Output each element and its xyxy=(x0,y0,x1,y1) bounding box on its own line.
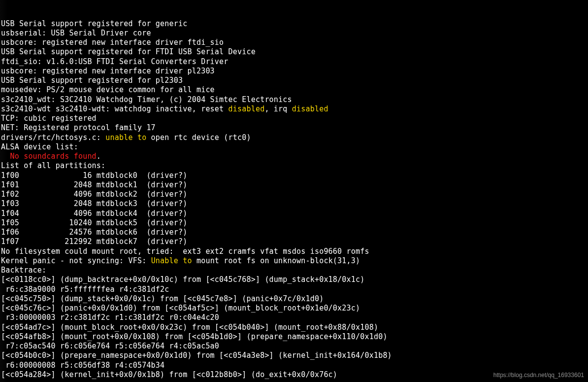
terminal-text: [<c0118cc0>] (dump_backtrace+0x0/0x10c) … xyxy=(1,275,364,284)
terminal-text: 1f07 212992 mtdblock7 (driver?) xyxy=(1,237,187,246)
terminal-text: [<c054b0c0>] (prepare_namespace+0x0/0x1d… xyxy=(1,351,392,360)
terminal-text: Unable to xyxy=(151,256,192,265)
terminal-line: 1f00 16 mtdblock0 (driver?) xyxy=(1,171,588,180)
terminal-text: mousedev: PS/2 mouse device common for a… xyxy=(1,85,215,94)
terminal-text: 1f06 24576 mtdblock6 (driver?) xyxy=(1,228,187,237)
terminal-text: Kernel panic - not syncing: VFS: xyxy=(1,256,151,265)
terminal-line: usbcore: registered new interface driver… xyxy=(1,38,588,47)
terminal-text: usbcore: registered new interface driver… xyxy=(1,67,215,75)
terminal-line: 1f03 2048 mtdblock3 (driver?) xyxy=(1,199,588,208)
terminal-line: USB Serial support registered for generi… xyxy=(1,19,588,29)
terminal-text: . xyxy=(97,152,101,161)
terminal-text: 1f00 16 mtdblock0 (driver?) xyxy=(1,171,187,180)
terminal-text: unable to xyxy=(105,133,146,142)
terminal-line: s3c2410-wdt s3c2410-wdt: watchdog inacti… xyxy=(1,104,588,114)
terminal-text: TCP: cubic registered xyxy=(1,114,97,123)
terminal-line: [<c054ad7c>] (mount_block_root+0x0/0x23c… xyxy=(1,323,588,332)
terminal-line: [<c045c750>] (dump_stack+0x0/0x1c) from … xyxy=(1,294,588,304)
terminal-text: r6:00000008 r5:c056df38 r4:c0574b34 xyxy=(1,361,164,370)
terminal-line: usbserial: USB Serial Driver core xyxy=(1,29,588,38)
terminal-text: s3c2410-wdt s3c2410-wdt: watchdog inacti… xyxy=(1,104,229,113)
terminal-line: mousedev: PS/2 mouse device common for a… xyxy=(1,85,588,95)
terminal-line: No soundcards found. xyxy=(1,152,588,161)
terminal-text: List of all partitions: xyxy=(1,161,105,170)
terminal-output[interactable]: USB Serial support registered for generi… xyxy=(0,0,588,382)
terminal-text: usbserial: USB Serial Driver core xyxy=(1,29,151,37)
terminal-line: Backtrace: xyxy=(1,266,588,275)
cursor-row xyxy=(0,373,24,382)
terminal-line: 1f02 4096 mtdblock2 (driver?) xyxy=(1,190,588,199)
terminal-line: TCP: cubic registered xyxy=(1,114,588,123)
terminal-text: [<c054afb8>] (mount_root+0x0/0x108) from… xyxy=(1,332,388,341)
terminal-line: No filesystem could mount root, tried: e… xyxy=(1,247,588,256)
terminal-text: NET: Registered protocol family 17 xyxy=(1,123,156,132)
terminal-line: ftdi_sio: v1.6.0:USB FTDI Serial Convert… xyxy=(1,57,588,67)
terminal-text xyxy=(1,152,10,161)
terminal-text: mount root fs on unknown-block(31,3) xyxy=(192,256,360,265)
terminal-text: disabled xyxy=(292,104,328,113)
terminal-text: disabled xyxy=(229,104,265,113)
terminal-line: [<c045c76c>] (panic+0x0/0x1d0) from [<c0… xyxy=(1,304,588,313)
terminal-line: 1f04 4096 mtdblock4 (driver?) xyxy=(1,209,588,218)
terminal-text: 1f02 4096 mtdblock2 (driver?) xyxy=(1,190,187,199)
terminal-line: [<c054afb8>] (mount_root+0x0/0x108) from… xyxy=(1,332,588,342)
terminal-text: drivers/rtc/hctosys.c: xyxy=(1,133,105,142)
terminal-text: [<c045c76c>] (panic+0x0/0x1d0) from [<c0… xyxy=(1,304,360,313)
terminal-line: usbcore: registered new interface driver… xyxy=(1,67,588,76)
watermark: https://blog.csdn.net/qq_16933601 xyxy=(493,371,584,380)
terminal-text: 1f04 4096 mtdblock4 (driver?) xyxy=(1,209,187,218)
terminal-line: 1f06 24576 mtdblock6 (driver?) xyxy=(1,228,588,237)
terminal-line: [<c0118cc0>] (dump_backtrace+0x0/0x10c) … xyxy=(1,275,588,284)
terminal-text: s3c2410_wdt: S3C2410 Watchdog Timer, (c)… xyxy=(1,95,292,104)
terminal-line: 1f05 10240 mtdblock5 (driver?) xyxy=(1,218,588,228)
terminal-line: USB Serial support registered for FTDI U… xyxy=(1,47,588,57)
terminal-line: r3:00000003 r2:c381df2c r1:c381df2c r0:c… xyxy=(1,313,588,322)
terminal-text: ftdi_sio: v1.6.0:USB FTDI Serial Convert… xyxy=(1,57,229,66)
terminal-text: USB Serial support registered for pl2303 xyxy=(1,76,183,85)
terminal-text: No soundcards found xyxy=(10,152,96,161)
terminal-line: r6:c38a9000 r5:fffffffea r4:c381df2c xyxy=(1,285,588,294)
terminal-text: r6:c38a9000 r5:fffffffea r4:c381df2c xyxy=(1,285,169,294)
terminal-line: USB Serial support registered for pl2303 xyxy=(1,76,588,85)
terminal-text: [<c045c750>] (dump_stack+0x0/0x1c) from … xyxy=(1,294,324,303)
terminal-text: 1f05 10240 mtdblock5 (driver?) xyxy=(1,218,187,227)
terminal-line: r6:00000008 r5:c056df38 r4:c0574b34 xyxy=(1,361,588,370)
terminal-line: s3c2410_wdt: S3C2410 Watchdog Timer, (c)… xyxy=(1,95,588,104)
terminal-line: 1f07 212992 mtdblock7 (driver?) xyxy=(1,237,588,246)
terminal-line: Kernel panic - not syncing: VFS: Unable … xyxy=(1,256,588,266)
terminal-text: ALSA device list: xyxy=(1,142,78,151)
terminal-text: No filesystem could mount root, tried: e… xyxy=(1,247,369,256)
terminal-line: ALSA device list: xyxy=(1,142,588,152)
terminal-line: 1f01 2048 mtdblock1 (driver?) xyxy=(1,180,588,190)
terminal-line: r7:c05ac540 r6:c056e764 r5:c056e764 r4:c… xyxy=(1,342,588,351)
terminal-text: r3:00000003 r2:c381df2c r1:c381df2c r0:c… xyxy=(1,313,219,322)
terminal-text: , irq xyxy=(264,104,292,113)
terminal-text: Backtrace: xyxy=(1,266,46,275)
terminal-line: [<c054b0c0>] (prepare_namespace+0x0/0x1d… xyxy=(1,351,588,360)
terminal-text: open rtc device (rtc0) xyxy=(146,133,251,142)
terminal-line: drivers/rtc/hctosys.c: unable to open rt… xyxy=(1,133,588,142)
terminal-text: USB Serial support registered for generi… xyxy=(1,19,187,28)
terminal-text: r7:c05ac540 r6:c056e764 r5:c056e764 r4:c… xyxy=(1,342,219,350)
terminal-text: [<c054a284>] (kernel_init+0x0/0x1b8) fro… xyxy=(1,370,337,379)
terminal-text: USB Serial support registered for FTDI U… xyxy=(1,47,256,56)
terminal-text: 1f03 2048 mtdblock3 (driver?) xyxy=(1,199,187,208)
terminal-text: 1f01 2048 mtdblock1 (driver?) xyxy=(1,180,187,189)
terminal-line: NET: Registered protocol family 17 xyxy=(1,123,588,133)
terminal-line: List of all partitions: xyxy=(1,161,588,171)
terminal-text: usbcore: registered new interface driver… xyxy=(1,38,224,47)
terminal-text: [<c054ad7c>] (mount_block_root+0x0/0x23c… xyxy=(1,323,378,332)
